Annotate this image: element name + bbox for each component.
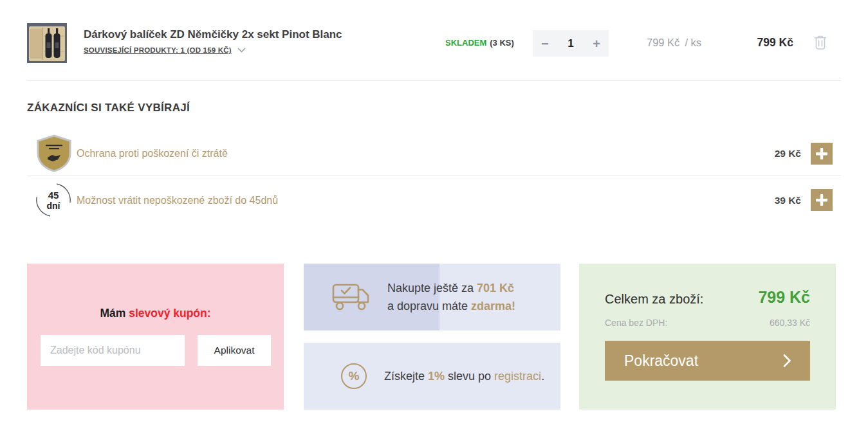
coupon-title-highlight: slevový kupón: xyxy=(129,307,210,320)
discount-message: Získejte 1% slevu po registraci. xyxy=(384,370,544,383)
free-shipping-message: Nakupte ještě za 701 Kč a dopravu máte z… xyxy=(387,279,515,315)
remove-item-button[interactable] xyxy=(812,35,829,53)
svg-text:45: 45 xyxy=(48,190,59,201)
trash-icon xyxy=(814,35,827,50)
coupon-code-input[interactable] xyxy=(41,335,185,366)
discount-suffix: . xyxy=(541,370,544,383)
total-value: 799 Kč xyxy=(758,288,810,307)
discount-middle: slevu po xyxy=(445,370,494,383)
quantity-increase-button[interactable]: + xyxy=(593,37,600,50)
free-shipping-panel: Nakupte ještě za 701 Kč a dopravu máte z… xyxy=(304,264,560,330)
vat-value: 660,33 Kč xyxy=(770,318,810,328)
addon-price: 39 Kč xyxy=(737,195,801,206)
cart-page: Dárkový balíček ZD Němčičky 2x sekt Pino… xyxy=(0,0,868,434)
stock-status: SKLADEM(3 KS) xyxy=(445,38,514,48)
add-addon-button[interactable] xyxy=(811,189,833,211)
quantity-decrease-button[interactable]: − xyxy=(541,37,549,50)
unit-price-suffix: / ks xyxy=(685,37,701,49)
shipping-free-label: zdarma! xyxy=(471,300,515,312)
discount-prefix: Získejte xyxy=(384,370,428,383)
discount-percent: 1% xyxy=(428,370,445,383)
shield-badge-icon xyxy=(36,134,72,172)
shipping-line1-text: Nakupte ještě za xyxy=(387,282,477,294)
addon-label[interactable]: Ochrana proti poškození či ztrátě xyxy=(77,148,228,159)
registration-discount-panel: % Získejte 1% slevu po registraci. xyxy=(304,343,560,410)
truck-icon xyxy=(332,283,369,311)
chevron-right-icon xyxy=(783,354,791,367)
vat-label: Cena bez DPH: xyxy=(605,318,667,328)
related-products-link[interactable]: SOUVISEJÍCÍ PRODUKTY: 1 (OD 159 KČ) xyxy=(84,46,246,54)
addon-divider xyxy=(27,176,841,176)
addon-label[interactable]: Možnost vrátit nepoškozené zboží do 45dn… xyxy=(77,195,278,206)
coupon-panel: Mám slevový kupón: Aplikovat xyxy=(27,264,284,410)
shipping-remaining-amount: 701 Kč xyxy=(477,282,514,294)
shipping-line2-text: a dopravu máte xyxy=(387,300,471,312)
plus-icon xyxy=(815,147,828,160)
total-label: Celkem za zboží: xyxy=(605,292,703,307)
stock-count: (3 KS) xyxy=(490,38,514,48)
coupon-title-prefix: Mám xyxy=(100,307,129,320)
order-summary-panel: Celkem za zboží: 799 Kč Cena bez DPH: 66… xyxy=(579,264,836,410)
svg-text:dní: dní xyxy=(47,201,61,211)
add-addon-button[interactable] xyxy=(811,143,833,165)
unit-price: 799 Kč / ks xyxy=(647,37,701,49)
product-title[interactable]: Dárkový balíček ZD Němčičky 2x sekt Pino… xyxy=(84,28,342,41)
continue-button[interactable]: Pokračovat xyxy=(605,341,810,381)
stock-status-label: SKLADEM xyxy=(445,38,486,48)
continue-button-label: Pokračovat xyxy=(624,352,698,370)
apply-coupon-button[interactable]: Aplikovat xyxy=(198,335,271,366)
45-days-icon: 45 dní xyxy=(35,181,72,219)
upsell-heading: ZÁKAZNÍCI SI TAKÉ VYBÍRAJÍ xyxy=(27,102,190,114)
registration-link[interactable]: registraci xyxy=(494,370,541,383)
plus-icon xyxy=(815,194,828,206)
line-total-price: 799 Kč xyxy=(727,36,793,50)
percent-icon: % xyxy=(341,363,367,389)
product-image[interactable] xyxy=(27,23,67,63)
addon-price: 29 Kč xyxy=(737,148,801,159)
quantity-stepper: − 1 + xyxy=(533,30,609,57)
chevron-down-icon xyxy=(237,48,246,53)
related-products-label: SOUVISEJÍCÍ PRODUKTY: 1 (OD 159 KČ) xyxy=(84,46,232,54)
row-divider xyxy=(27,80,841,81)
unit-price-value: 799 Kč xyxy=(647,37,679,49)
coupon-title: Mám slevový kupón: xyxy=(27,307,284,320)
quantity-value[interactable]: 1 xyxy=(568,37,573,50)
